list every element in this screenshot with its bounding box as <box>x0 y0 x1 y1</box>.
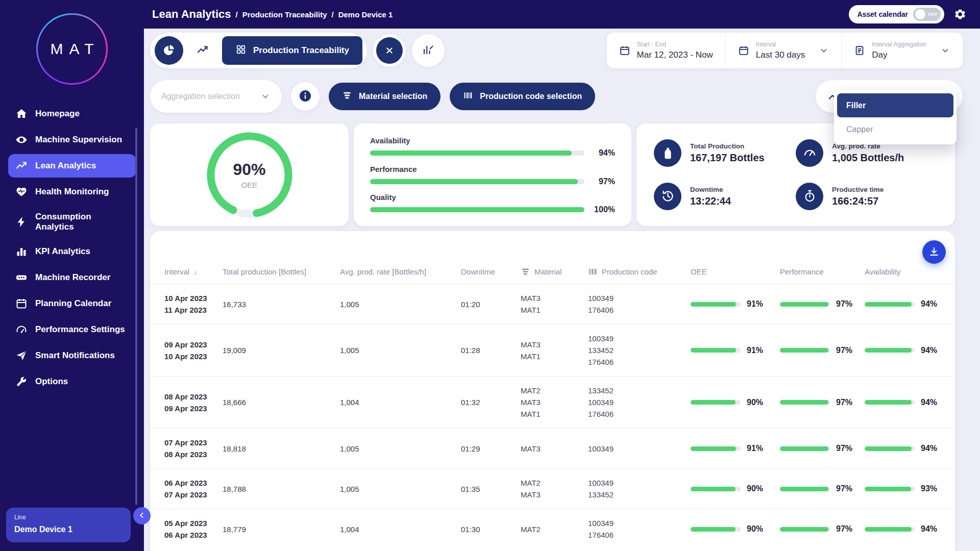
stat-texts: Avg. prod. rate1,005 Bottles/h <box>832 142 904 164</box>
downtime-cell: 01:20 <box>461 300 521 309</box>
asset-calendar-control[interactable]: Asset calendar OFF <box>849 5 944 23</box>
aggregation-selection-select[interactable]: Aggregation selection <box>150 80 282 113</box>
column-downtime[interactable]: Downtime <box>461 267 521 276</box>
column-performance[interactable]: Performance <box>780 267 865 276</box>
device-line-label: Line <box>14 514 122 521</box>
kpi-bar-label: Quality <box>370 193 615 202</box>
material-value: MAT1 <box>521 350 588 362</box>
sidebar-item-kpi-analytics[interactable]: KPI Analytics <box>8 240 136 263</box>
device-name: Demo Device 1 <box>14 525 122 534</box>
sidebar-item-homepage[interactable]: Homepage <box>8 102 136 126</box>
column-avg-rate[interactable]: Avg. prod. rate [Bottles/h] <box>340 267 461 276</box>
stat-texts: Downtime13:22:44 <box>690 186 731 207</box>
report-button[interactable] <box>412 34 445 67</box>
date-range-selector[interactable]: Start - End Mar 12, 2023 - Now <box>607 33 725 68</box>
avg-rate-cell: 1,004 <box>340 398 461 407</box>
column-production-code[interactable]: Production code <box>588 267 691 277</box>
performance-cell: 97% <box>780 398 865 407</box>
settings-gear-icon[interactable] <box>953 8 967 21</box>
production-code-value: 100349 <box>588 477 691 489</box>
recorder-icon <box>15 271 28 284</box>
material-cell: MAT3MAT1 <box>521 292 588 316</box>
oee-value: 91% <box>747 346 763 355</box>
sidebar-item-machine-supervision[interactable]: Machine Supervision <box>8 128 136 152</box>
table-row: 09 Apr 202310 Apr 202319,0091,00501:28MA… <box>150 324 955 376</box>
downtime-cell: 01:32 <box>461 398 521 407</box>
date-range-label: Start - End <box>637 41 713 48</box>
availability-bar <box>865 446 915 451</box>
trend-view-button[interactable] <box>188 36 217 65</box>
sidebar-item-consumption-analytics[interactable]: Consumption Analytics <box>8 206 136 237</box>
column-material[interactable]: Material <box>521 267 588 277</box>
oee-cell: 90% <box>691 484 780 493</box>
column-label: Downtime <box>461 267 495 276</box>
sidebar-item-options[interactable]: Options <box>8 370 136 393</box>
total-production-cell: 18,788 <box>223 485 340 493</box>
machine-selection-control[interactable]: FillerCapper <box>816 80 963 113</box>
material-value: MAT3 <box>521 339 588 350</box>
performance-value: 97% <box>836 484 852 493</box>
column-label: Avg. prod. rate [Bottles/h] <box>340 267 426 276</box>
table-row: 08 Apr 202309 Apr 202318,6661,00401:32MA… <box>150 376 955 428</box>
total-production-cell: 16,733 <box>223 300 340 309</box>
kpi-bar-line: 94% <box>370 148 615 158</box>
machine-option-filler[interactable]: Filler <box>837 93 953 117</box>
oee-value: 91% <box>747 299 763 309</box>
stat-texts: Total Production167,197 Bottles <box>690 142 765 164</box>
performance-cell: 97% <box>780 524 865 534</box>
document-icon <box>854 45 865 56</box>
kpi-bar-quality: Quality100% <box>370 193 615 214</box>
kpi-bar-value: 100% <box>593 205 615 214</box>
availability-bar-fill <box>865 527 912 532</box>
close-view-button[interactable] <box>373 34 406 67</box>
production-code-selection-button[interactable]: Production code selection <box>450 83 595 110</box>
sidebar-item-health-monitoring[interactable]: Health Monitoring <box>8 180 136 204</box>
column-availability[interactable]: Availability <box>865 267 945 276</box>
avg-rate-cell: 1,005 <box>340 300 461 309</box>
kpi-bar-label: Availability <box>370 136 615 145</box>
machine-option-capper[interactable]: Capper <box>837 117 953 141</box>
column-oee[interactable]: OEE <box>691 267 780 276</box>
availability-value: 94% <box>921 524 937 534</box>
download-button[interactable] <box>922 240 946 264</box>
performance-bar <box>780 400 830 405</box>
interval-selector[interactable]: Interval Last 30 days <box>725 33 841 68</box>
production-code-value: 176406 <box>588 356 691 368</box>
grid-icon <box>235 44 247 58</box>
sidebar-item-machine-recorder[interactable]: Machine Recorder <box>8 266 136 289</box>
info-button[interactable] <box>291 82 320 111</box>
column-label: Material <box>534 267 561 276</box>
table-body: 10 Apr 202311 Apr 202316,7331,00501:20MA… <box>150 284 955 549</box>
interval-aggregation-selector[interactable]: Interval Aggregation Day <box>841 33 963 68</box>
availability-bar-fill <box>865 400 912 405</box>
page-title: Lean Analytics <box>152 8 231 21</box>
stat-value: 167,197 Bottles <box>690 152 765 164</box>
availability-cell: 94% <box>865 346 945 355</box>
stat-downtime: Downtime13:22:44 <box>654 183 796 210</box>
production-traceability-button[interactable]: Production Traceability <box>222 36 362 65</box>
performance-bar <box>780 302 830 307</box>
asset-calendar-label: Asset calendar <box>857 10 908 18</box>
breadcrumb-device[interactable]: Demo Device 1 <box>338 10 393 19</box>
sidebar-item-lean-analytics[interactable]: Lean Analytics <box>8 154 136 178</box>
device-card[interactable]: Line Demo Device 1 <box>6 508 131 542</box>
breadcrumb-section[interactable]: Production Traceability <box>242 10 327 19</box>
sidebar-item-planning-calendar[interactable]: Planning Calendar <box>8 292 136 315</box>
breadcrumb-separator: / <box>332 10 334 19</box>
pie-chart-view-button[interactable] <box>155 36 183 65</box>
asset-calendar-toggle[interactable]: OFF <box>913 8 941 21</box>
sidebar-collapse-button[interactable] <box>133 507 151 524</box>
material-selection-button[interactable]: Material selection <box>329 83 440 110</box>
sidebar-item-performance-settings[interactable]: Performance Settings <box>8 318 136 341</box>
sidebar-scrollbar[interactable] <box>135 128 137 505</box>
sidebar-item-label: Machine Supervision <box>35 135 122 145</box>
column-interval[interactable]: Interval↓ <box>164 267 223 276</box>
production-code-value: 133452 <box>588 385 691 396</box>
column-total-production[interactable]: Total production [Bottles] <box>223 267 340 276</box>
kpi-bar-availability: Availability94% <box>370 136 615 158</box>
sidebar-item-smart-notifications[interactable]: Smart Notifications <box>8 344 136 367</box>
production-code-cell: 100349133452176406 <box>588 333 691 368</box>
performance-cell: 97% <box>780 299 865 309</box>
material-value: MAT3 <box>521 443 588 455</box>
calendar-icon <box>15 297 28 310</box>
